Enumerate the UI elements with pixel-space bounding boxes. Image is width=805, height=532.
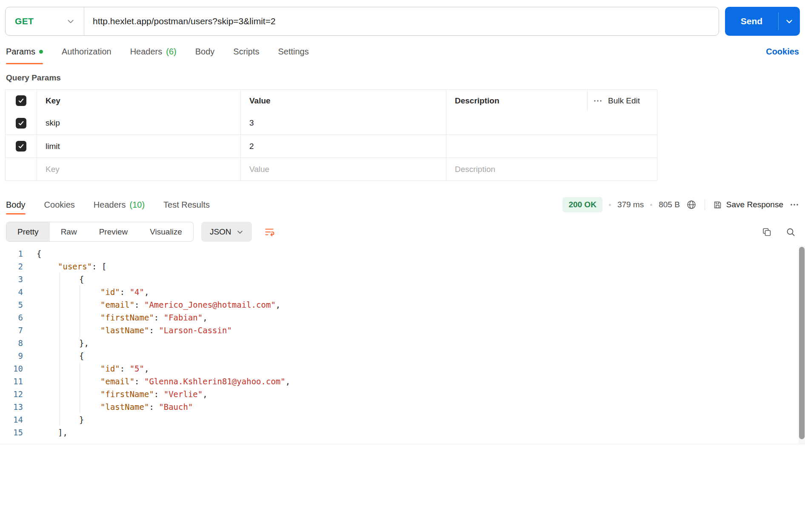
tab-response-body[interactable]: Body — [6, 198, 26, 211]
line-number: 2 — [0, 260, 23, 273]
checkbox-cell — [6, 135, 37, 157]
response-size: 805 B — [659, 200, 680, 209]
view-mode-switch: Pretty Raw Preview Visualize — [6, 222, 194, 242]
send-label: Send — [725, 16, 778, 26]
param-description-input[interactable]: Description — [446, 158, 657, 180]
line-number: 3 — [0, 273, 23, 286]
tab-label: Settings — [278, 47, 308, 57]
request-bar: GET Send — [0, 0, 805, 36]
bulk-edit-button[interactable]: Bulk Edit — [588, 90, 657, 112]
tab-headers[interactable]: Headers (6) — [130, 45, 177, 58]
cookies-link[interactable]: Cookies — [766, 47, 799, 57]
column-header-key: Key — [37, 90, 241, 112]
code-line: 12"firstName": "Verlie", — [0, 388, 805, 400]
code-text: "users": [ — [23, 260, 106, 273]
url-box: GET — [5, 7, 719, 36]
tab-label: Body — [6, 200, 26, 210]
row-checkbox[interactable] — [16, 118, 26, 129]
language-label: JSON — [210, 227, 231, 237]
code-text: "email": "Americo_Jones@hotmail.com", — [23, 298, 280, 311]
row-checkbox[interactable] — [16, 141, 26, 152]
copy-icon[interactable] — [762, 227, 772, 237]
param-key-cell[interactable]: limit — [37, 135, 241, 157]
tab-scripts[interactable]: Scripts — [233, 45, 259, 58]
tab-label: Headers — [130, 47, 163, 57]
checkbox-cell — [6, 112, 37, 134]
chevron-down-icon[interactable] — [779, 17, 800, 25]
method-select[interactable]: GET — [6, 7, 84, 35]
bulk-edit-label: Bulk Edit — [608, 96, 640, 106]
scrollbar-thumb[interactable] — [799, 247, 805, 439]
more-options-icon[interactable] — [790, 203, 799, 206]
code-line: 5"email": "Americo_Jones@hotmail.com", — [0, 298, 805, 311]
param-key-input[interactable]: Key — [37, 158, 241, 180]
code-text: }, — [23, 337, 89, 349]
response-time: 379 ms — [617, 200, 644, 209]
code-text: "lastName": "Larson-Cassin" — [23, 324, 232, 337]
line-number: 4 — [0, 286, 23, 298]
code-line: 11"email": "Glenna.Kshlerin81@yahoo.com"… — [0, 375, 805, 388]
mode-preview-button[interactable]: Preview — [88, 222, 139, 241]
line-number: 10 — [0, 362, 23, 375]
code-text: "firstName": "Fabian", — [23, 311, 208, 324]
table-row: limit2 — [6, 134, 657, 157]
query-params-table: Key Value Description Bulk Edit skip3lim… — [5, 89, 657, 181]
param-value-input[interactable]: Value — [241, 158, 446, 180]
code-line: 3{ — [0, 273, 805, 286]
mode-pretty-button[interactable]: Pretty — [6, 222, 50, 241]
network-globe-icon[interactable] — [686, 200, 697, 210]
mode-raw-button[interactable]: Raw — [50, 222, 88, 241]
response-tabs: Body Cookies Headers (10) Test Results — [6, 195, 210, 214]
query-params-title: Query Params — [6, 73, 805, 83]
param-value-cell[interactable]: 3 — [241, 112, 446, 134]
response-bar: Body Cookies Headers (10) Test Results 2… — [0, 195, 805, 214]
tab-params[interactable]: Params — [6, 45, 43, 58]
tab-label: Headers — [94, 200, 126, 210]
code-line: 1{ — [0, 247, 805, 260]
param-description-cell[interactable] — [446, 112, 657, 134]
param-description-cell[interactable] — [446, 135, 657, 157]
send-button[interactable]: Send — [725, 7, 800, 36]
mode-visualize-button[interactable]: Visualize — [139, 222, 193, 241]
save-response-label: Save Response — [726, 200, 783, 209]
scrollbar[interactable] — [799, 246, 805, 444]
table-header-row: Key Value Description Bulk Edit — [6, 90, 657, 112]
tab-response-headers[interactable]: Headers (10) — [94, 198, 145, 211]
tab-test-results[interactable]: Test Results — [163, 198, 210, 211]
chevron-down-icon — [67, 17, 74, 25]
status-badge[interactable]: 200 OK — [562, 197, 602, 212]
select-all-checkbox[interactable] — [16, 95, 26, 106]
line-number: 14 — [0, 413, 23, 426]
code-line: 14} — [0, 413, 805, 426]
checkbox-cell — [6, 158, 37, 180]
response-meta: 200 OK 379 ms 805 B Save Response — [562, 197, 799, 212]
code-line: 7"lastName": "Larson-Cassin" — [0, 324, 805, 337]
response-body-editor[interactable]: 1{2"users": [3{4"id": "4",5"email": "Ame… — [0, 246, 805, 444]
tab-body[interactable]: Body — [195, 45, 215, 58]
code-line: 4"id": "4", — [0, 286, 805, 298]
code-text: "lastName": "Bauch" — [23, 400, 193, 413]
line-number: 7 — [0, 324, 23, 337]
param-value-cell[interactable]: 2 — [241, 135, 446, 157]
tab-label: Scripts — [233, 47, 259, 57]
code-text: "email": "Glenna.Kshlerin81@yahoo.com", — [23, 375, 290, 388]
table-row: skip3 — [6, 112, 657, 134]
save-response-button[interactable]: Save Response — [713, 200, 783, 209]
indent-guide — [60, 273, 60, 426]
wrap-text-icon[interactable] — [260, 222, 279, 242]
indent-guide — [80, 286, 80, 337]
ellipsis-icon[interactable] — [594, 99, 602, 103]
line-number: 15 — [0, 426, 23, 439]
code-text: "id": "4", — [23, 286, 149, 298]
param-key-cell[interactable]: skip — [37, 112, 241, 134]
tab-response-cookies[interactable]: Cookies — [44, 198, 75, 211]
language-select[interactable]: JSON — [201, 222, 252, 242]
url-input[interactable] — [84, 7, 719, 35]
search-icon[interactable] — [785, 227, 796, 237]
tab-settings[interactable]: Settings — [278, 45, 308, 58]
viewer-actions — [762, 227, 799, 237]
code-text: { — [23, 273, 84, 286]
line-number: 6 — [0, 311, 23, 324]
code-line: 15], — [0, 426, 805, 439]
tab-authorization[interactable]: Authorization — [62, 45, 111, 58]
